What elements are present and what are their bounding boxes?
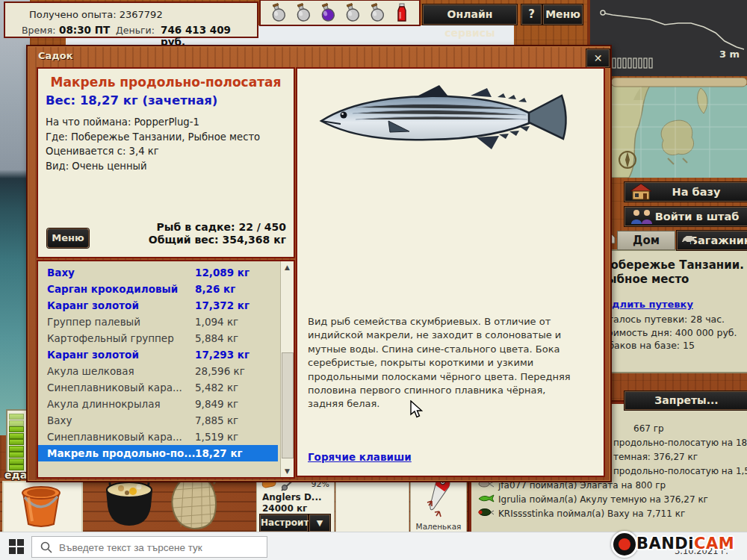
fish-row-name: Макрель продольно-по... bbox=[47, 447, 196, 459]
lure-size-label: Маленькая bbox=[411, 522, 466, 531]
minimap[interactable] bbox=[611, 78, 747, 178]
food-bar bbox=[9, 433, 24, 439]
fish-row[interactable]: Картофельный группер5,884 кг bbox=[38, 330, 278, 346]
chevron-down-icon: ▼ bbox=[317, 518, 323, 528]
keepnet-total-weight: Общий вес: 354,368 кг bbox=[149, 234, 286, 246]
money-label: Деньги: bbox=[116, 25, 155, 36]
empty-flask-icon[interactable] bbox=[269, 3, 288, 22]
food-bar bbox=[9, 414, 24, 420]
location-title: Побережье Танзании. bbox=[601, 258, 747, 273]
online-services-button[interactable]: Онлайн сервисы bbox=[423, 4, 517, 25]
keepnet-count: Рыб в садке: 22 / 450 bbox=[157, 221, 286, 233]
fish-description: Вид рыб семейства скумбриевых. В отличие… bbox=[308, 315, 583, 411]
fish-row-name: Каранг золотой bbox=[47, 349, 139, 361]
bandicam-watermark: BANDiCAM bbox=[610, 528, 747, 559]
fish-list-scrollbar[interactable]: ▲ ▼ bbox=[280, 261, 294, 477]
green-fish-icon bbox=[477, 494, 495, 503]
fish-row-name: Акула длиннокрылая bbox=[47, 398, 161, 410]
fish-weight-line: Вес: 18,27 кг (зачетная) bbox=[46, 93, 217, 108]
fish-row[interactable]: Ваху7,885 кг bbox=[38, 412, 278, 429]
fish-row[interactable]: Акула длиннокрылая9,849 кг bbox=[38, 396, 278, 412]
food-bar bbox=[9, 458, 24, 464]
scroll-down-icon[interactable]: ▼ bbox=[281, 467, 294, 475]
fish-row-name: Акула шелковая bbox=[47, 365, 134, 377]
empty-flask-icon[interactable] bbox=[343, 3, 362, 22]
scrollbar-thumb[interactable] bbox=[282, 352, 294, 458]
fish-row-weight: 17,372 кг bbox=[195, 299, 249, 311]
start-button[interactable] bbox=[9, 539, 24, 554]
fish-detail-line: Вид: Очень ценный bbox=[46, 159, 260, 174]
fish-row[interactable]: Каранг золотой17,293 кг bbox=[38, 346, 278, 363]
fish-row-name: Ваху bbox=[47, 267, 75, 279]
dialog-title: Садок bbox=[38, 50, 73, 61]
fish-detail-line: На что поймана: PopperPlug-1 bbox=[46, 115, 260, 130]
fish-row[interactable]: Макрель продольно-по...18,27 кг bbox=[38, 445, 278, 461]
fish-row[interactable]: Акула шелковая28,596 кг bbox=[38, 363, 278, 379]
cooking-pot-icon[interactable] bbox=[99, 476, 160, 530]
to-base-button[interactable]: На базу bbox=[624, 182, 747, 202]
fish-row[interactable]: Группер палевый1,094 кг bbox=[38, 314, 278, 330]
chat-message: KRIsssstinka поймал(а) Ваху на 7,711 кг bbox=[498, 508, 685, 519]
rod-dropdown-button[interactable]: ▼ bbox=[309, 514, 330, 532]
fish-row[interactable]: Ваху12,089 кг bbox=[38, 264, 278, 281]
chat-message: 667 гр bbox=[633, 423, 664, 434]
bans-button[interactable]: Запреты... bbox=[624, 391, 747, 410]
fish-row-weight: 1,094 кг bbox=[195, 316, 238, 328]
location-detail-line: Стоимость дня: 400 000 руб. bbox=[595, 326, 747, 340]
fish-row-weight: 9,849 кг bbox=[195, 398, 238, 410]
bandicam-logo-icon bbox=[611, 531, 638, 558]
tab-home[interactable]: Дом bbox=[617, 231, 675, 250]
trunk-button[interactable]: Багажник bbox=[677, 231, 747, 250]
house-icon bbox=[628, 182, 654, 202]
fish-row-name: Сарган крокодиловый bbox=[47, 283, 178, 295]
potion-bar bbox=[259, 0, 421, 26]
location-detail-line: Рыбаков на базе: 15 bbox=[595, 339, 747, 352]
windows-logo-icon bbox=[9, 539, 16, 546]
search-input[interactable] bbox=[58, 537, 262, 559]
depth-value: 3 m bbox=[719, 49, 740, 60]
empty-flask-icon[interactable] bbox=[368, 3, 387, 22]
fish-image bbox=[311, 79, 574, 157]
bucket-slot[interactable] bbox=[2, 481, 83, 533]
fish-row-weight: 17,293 кг bbox=[195, 349, 249, 361]
fish-row-weight: 5,482 кг bbox=[195, 382, 238, 393]
fish-row-name: Каранг золотой bbox=[47, 299, 139, 311]
top-menu-button[interactable]: Меню bbox=[543, 4, 583, 25]
people-icon bbox=[630, 209, 654, 224]
hotkeys-link[interactable]: Горячие клавиши bbox=[308, 451, 412, 463]
fish-row-name: Синеплавниковый кара... bbox=[47, 431, 182, 443]
empty-flask-icon[interactable] bbox=[294, 3, 313, 22]
close-button[interactable]: ✕ bbox=[586, 49, 610, 67]
food-label: еда bbox=[4, 469, 27, 481]
location-subtitle: Рыбное место bbox=[598, 273, 747, 287]
fish-row-weight: 8,26 кг bbox=[195, 283, 235, 295]
bucket-icon bbox=[4, 482, 78, 529]
red-potion-icon[interactable] bbox=[392, 3, 412, 22]
time-value: 08:30 ПТ bbox=[59, 24, 110, 36]
mesh-keepnet-icon[interactable] bbox=[166, 475, 224, 530]
food-gauge bbox=[6, 409, 28, 473]
help-button[interactable]: ? bbox=[521, 4, 542, 25]
keepnet-dialog: Садок ✕ Макрель продольно-полосатая Вес:… bbox=[26, 45, 612, 482]
enter-hq-button[interactable]: Войти в штаб bbox=[624, 207, 747, 226]
purple-potion-icon[interactable] bbox=[318, 3, 338, 22]
fish-row[interactable]: Синеплавниковый кара...1,519 кг bbox=[38, 429, 278, 445]
fish-row-weight: 12,089 кг bbox=[195, 267, 249, 279]
chat-message: темная: 376,27 кг bbox=[613, 452, 698, 462]
rod-configure-button[interactable]: Настроить bbox=[260, 514, 308, 532]
renew-ticket-link[interactable]: Продлить путевку bbox=[590, 299, 747, 310]
taskbar-search[interactable] bbox=[31, 536, 267, 558]
fish-row[interactable]: Каранг золотой17,372 кг bbox=[38, 297, 278, 314]
mouse-cursor bbox=[409, 400, 423, 418]
fish-row[interactable]: Синеплавниковый кара...5,482 кг bbox=[38, 379, 278, 396]
keepnet-menu-button[interactable]: Меню bbox=[47, 228, 89, 248]
fish-row[interactable]: Сарган крокодиловый8,26 кг bbox=[38, 281, 278, 297]
bandicam-logo-text: BANDiCAM bbox=[636, 535, 734, 553]
sea-horizon-backdrop bbox=[0, 0, 30, 435]
fish-details: На что поймана: PopperPlug-1Где: Побереж… bbox=[46, 115, 260, 173]
close-icon: ✕ bbox=[594, 52, 603, 64]
fish-row-name: Группер палевый bbox=[47, 316, 140, 328]
fish-list: Ваху12,089 кгСарган крокодиловый8,26 кгК… bbox=[38, 264, 278, 461]
scroll-up-icon[interactable]: ▲ bbox=[281, 264, 294, 271]
time-label: Время: bbox=[22, 25, 55, 36]
